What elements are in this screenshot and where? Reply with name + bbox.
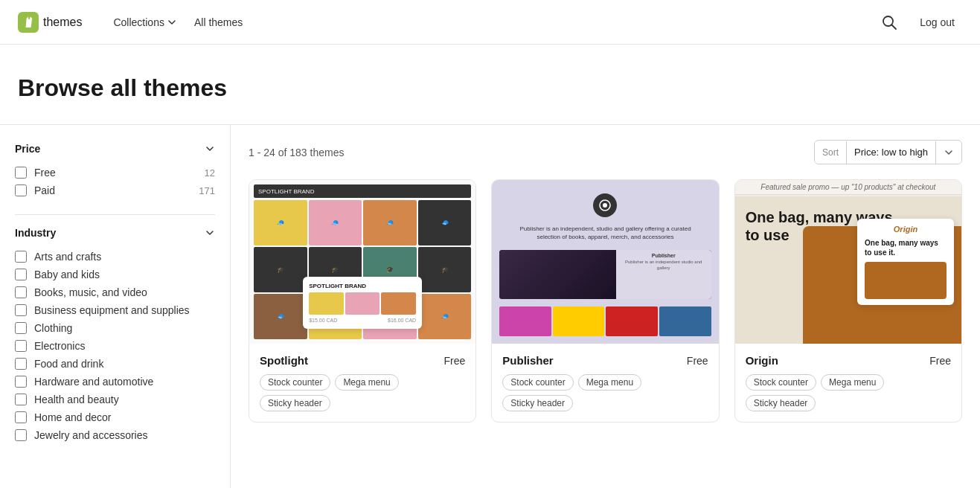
price-chevron-icon [205,144,215,154]
chevron-down-icon [167,18,176,27]
home-checkbox[interactable] [15,411,27,423]
baby-label: Baby and kids [34,269,215,280]
hat-item: 🎓 [418,247,472,292]
logo-text: themes [43,16,82,29]
industry-health-filter[interactable]: Health and beauty [15,391,215,408]
origin-tag-1: Mega menu [821,374,884,391]
industry-filter-section: Industry Arts and crafts Baby and kids B… [15,227,215,444]
business-checkbox[interactable] [15,304,27,316]
origin-header-bar: Featured sale promo — up "10 products" a… [735,180,961,195]
publisher-title-row: Publisher Free [502,354,708,367]
content-header: 1 - 24 of 183 themes Sort Price: low to … [249,140,962,164]
search-icon [881,14,897,30]
arts-label: Arts and crafts [34,251,215,263]
electronics-label: Electronics [34,340,215,352]
origin-tag-2: Sticky header [746,395,816,411]
spotlight-card-info: Spotlight Free Stock counter Mega menu S… [249,344,475,422]
hardware-checkbox[interactable] [15,376,27,388]
theme-card-publisher[interactable]: Publisher is an independent, studio and … [491,179,719,423]
hero-section: Browse all themes [0,45,980,125]
health-checkbox[interactable] [15,394,27,405]
clothing-checkbox[interactable] [15,322,27,334]
hardware-label: Hardware and automotive [34,376,215,388]
search-button[interactable] [878,11,900,33]
hat-item: 🧢 [418,294,472,339]
food-label: Food and drink [34,358,215,370]
industry-jewelry-filter[interactable]: Jewelry and accessories [15,426,215,444]
paid-label: Paid [34,184,191,196]
origin-price: Free [929,355,951,367]
results-count: 1 - 24 of 183 themes [249,147,344,158]
price-free-filter[interactable]: Free 12 [15,164,215,182]
paid-checkbox[interactable] [15,184,27,196]
hat-item: 🧢 [418,200,472,245]
industry-clothing-filter[interactable]: Clothing [15,319,215,337]
hat-item: 🧢 [309,200,362,245]
chevron-down-icon [944,147,954,158]
electronics-checkbox[interactable] [15,340,27,352]
arts-checkbox[interactable] [15,251,27,263]
price-paid-filter[interactable]: Paid 171 [15,182,215,199]
shopify-bag-icon [18,12,39,33]
spotlight-mock: SPOTLIGHT BRAND 🧢 🧢 🧢 🧢 🎓 🎓 🎓 🎓 🧢 [249,180,475,344]
food-checkbox[interactable] [15,358,27,370]
publisher-tags: Stock counter Mega menu Sticky header [502,374,708,411]
industry-filter-label: Industry [15,227,56,239]
spotlight-tag-1: Mega menu [335,374,398,391]
origin-name: Origin [746,354,778,367]
industry-home-filter[interactable]: Home and decor [15,408,215,426]
spotlight-tags: Stock counter Mega menu Sticky header [260,374,465,411]
books-checkbox[interactable] [15,286,27,298]
svg-point-3 [603,203,607,208]
free-count: 12 [205,167,215,179]
header-actions: Log out [878,11,962,33]
industry-hardware-filter[interactable]: Hardware and automotive [15,373,215,391]
sort-chevron [935,141,961,164]
publisher-mock: Publisher is an independent, studio and … [492,180,718,344]
baby-checkbox[interactable] [15,269,27,280]
page-title: Browse all themes [18,74,962,102]
nav-all-themes[interactable]: All themes [187,12,250,33]
industry-baby-filter[interactable]: Baby and kids [15,266,215,283]
free-checkbox[interactable] [15,167,27,179]
industry-filter-header[interactable]: Industry [15,227,215,239]
origin-preview-image: Featured sale promo — up "10 products" a… [735,180,961,344]
header-nav: Collections All themes [106,12,250,33]
main-content: 1 - 24 of 183 themes Sort Price: low to … [231,125,980,488]
spotlight-tag-2: Sticky header [260,395,330,411]
logout-button[interactable]: Log out [912,12,962,33]
industry-food-filter[interactable]: Food and drink [15,355,215,373]
spotlight-name: Spotlight [260,354,308,367]
books-label: Books, music, and video [34,286,215,298]
theme-card-origin[interactable]: Featured sale promo — up "10 products" a… [734,179,962,423]
origin-card-info: Origin Free Stock counter Mega menu Stic… [735,344,961,422]
price-filter-section: Price Free 12 Paid 171 [15,143,215,199]
spotlight-price: Free [444,355,466,367]
publisher-tag-0: Stock counter [502,374,573,391]
business-label: Business equipment and supplies [34,304,215,316]
health-label: Health and beauty [34,394,215,405]
logo[interactable]: themes [18,12,82,33]
publisher-price: Free [687,355,708,367]
spotlight-tag-0: Stock counter [260,374,330,391]
price-filter-header[interactable]: Price [15,143,215,155]
industry-business-filter[interactable]: Business equipment and supplies [15,301,215,319]
hat-item: 🎓 [254,247,307,292]
publisher-tag-1: Mega menu [578,374,641,391]
sort-dropdown[interactable]: Sort Price: low to high [814,140,962,164]
clothing-label: Clothing [34,322,215,334]
home-label: Home and decor [34,411,215,423]
theme-card-spotlight[interactable]: SPOTLIGHT BRAND 🧢 🧢 🧢 🧢 🎓 🎓 🎓 🎓 🧢 [249,179,476,423]
industry-electronics-filter[interactable]: Electronics [15,337,215,355]
industry-arts-filter[interactable]: Arts and crafts [15,248,215,266]
spotlight-preview-image: SPOTLIGHT BRAND 🧢 🧢 🧢 🧢 🎓 🎓 🎓 🎓 🧢 [249,180,475,344]
publisher-tag-2: Sticky header [502,395,573,411]
publisher-card-info: Publisher Free Stock counter Mega menu S… [492,344,718,422]
sort-value: Price: low to high [847,141,935,164]
nav-collections[interactable]: Collections [106,12,183,33]
jewelry-checkbox[interactable] [15,429,27,441]
origin-mock: Featured sale promo — up "10 products" a… [735,180,961,344]
origin-title-row: Origin Free [746,354,951,367]
industry-books-filter[interactable]: Books, music, and video [15,283,215,301]
hat-item: 🧢 [254,294,307,339]
